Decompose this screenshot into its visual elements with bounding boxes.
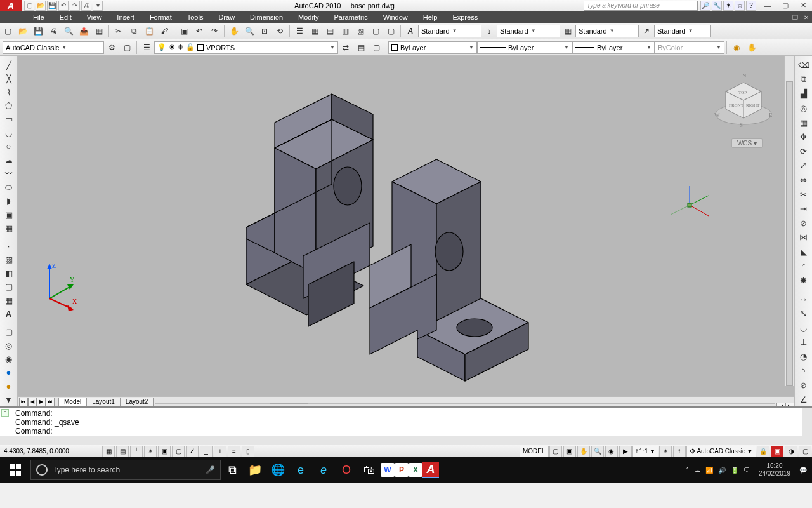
app-logo-icon[interactable]: A: [0, 0, 22, 11]
move-icon[interactable]: ✥: [797, 130, 811, 144]
wcs-badge[interactable]: WCS ▾: [731, 138, 763, 148]
join-icon[interactable]: ⋈: [797, 231, 811, 244]
workspace-status-dropdown[interactable]: ⚙ AutoCAD Classic ▼: [686, 446, 756, 457]
lwt-toggle[interactable]: ≡: [228, 446, 240, 457]
wireframe-icon[interactable]: ◎: [2, 339, 16, 352]
tab-model[interactable]: Model: [58, 398, 87, 406]
dim-arc-icon[interactable]: ◡: [797, 321, 811, 335]
fillet-icon[interactable]: ◜: [797, 259, 811, 273]
matchprop-icon[interactable]: 🖌: [157, 24, 171, 38]
trim-icon[interactable]: ✂: [797, 187, 811, 201]
command-line[interactable]: ⋮ Command: Command: _qsave Command:: [0, 406, 812, 444]
gradient-icon[interactable]: ◧: [2, 267, 16, 279]
otrack-toggle[interactable]: ∠: [186, 446, 199, 457]
quickview-drawings-icon[interactable]: ▣: [563, 446, 576, 457]
taskview-icon[interactable]: ⧉: [221, 457, 244, 483]
menu-draw[interactable]: Draw: [211, 11, 242, 23]
offset-icon[interactable]: ◎: [797, 102, 811, 116]
dim-linear-icon[interactable]: ↔: [797, 292, 811, 306]
makeblock-icon[interactable]: ▦: [2, 222, 16, 234]
tab-first-button[interactable]: ⏮: [19, 398, 28, 406]
undo-icon[interactable]: ↶: [192, 24, 206, 38]
ellipsearc-icon[interactable]: ◗: [2, 194, 16, 207]
tab-layout2[interactable]: Layout2: [120, 398, 154, 406]
zoom-prev-icon[interactable]: ⟲: [273, 24, 287, 38]
tab-layout1[interactable]: Layout1: [86, 398, 121, 406]
qat-new-icon[interactable]: ▢: [24, 1, 34, 11]
dim-aligned-icon[interactable]: ⤡: [797, 307, 811, 321]
dim-jogged-icon[interactable]: ◝: [797, 364, 811, 378]
volume-icon[interactable]: 🔊: [718, 467, 726, 474]
qp-toggle[interactable]: ▯: [242, 446, 254, 457]
point-icon[interactable]: ·: [2, 239, 16, 252]
properties-icon[interactable]: ☰: [292, 24, 306, 38]
break-icon[interactable]: ⊘: [797, 217, 811, 231]
autocad-taskbar-icon[interactable]: A: [422, 462, 439, 478]
layer-states-icon[interactable]: ▤: [354, 41, 368, 55]
hardware-accel-icon[interactable]: ▣: [771, 446, 783, 457]
textstyle-a-icon[interactable]: A: [403, 24, 417, 38]
wifi-icon[interactable]: 📶: [705, 467, 713, 474]
steering-wheel-icon[interactable]: ◉: [605, 446, 618, 457]
comm-center-icon[interactable]: ✶: [723, 1, 733, 11]
clean-screen-icon[interactable]: ▢: [799, 446, 811, 457]
menu-help[interactable]: Help: [416, 11, 445, 23]
vertical-scrollbar[interactable]: [784, 56, 794, 386]
tab-next-button[interactable]: ▶: [37, 398, 46, 406]
layer-previous-icon[interactable]: ⇄: [339, 41, 353, 55]
menu-file[interactable]: File: [25, 11, 52, 23]
edge-icon[interactable]: e: [289, 457, 312, 483]
zoom-win-icon[interactable]: ⊡: [258, 24, 272, 38]
doc-restore-button[interactable]: ❐: [789, 11, 801, 23]
qat-undo-icon[interactable]: ↶: [58, 1, 69, 11]
explorer-icon[interactable]: 📁: [244, 457, 266, 483]
snap-toggle[interactable]: ▦: [102, 446, 115, 457]
dyn-toggle[interactable]: +: [214, 446, 226, 457]
quickview-layouts-icon[interactable]: ▢: [549, 446, 562, 457]
close-button[interactable]: ✕: [794, 0, 812, 11]
subscription-icon[interactable]: 🔧: [712, 1, 722, 11]
coordinate-readout[interactable]: 4.4303, 7.8485, 0.0000: [0, 448, 102, 455]
rectangle-icon[interactable]: ▭: [2, 113, 16, 126]
xline-icon[interactable]: ╳: [2, 72, 16, 84]
start-button[interactable]: [0, 457, 30, 483]
line-icon[interactable]: ╱: [2, 58, 16, 71]
polygon-icon[interactable]: ⬠: [2, 99, 16, 112]
region-icon[interactable]: ▢: [2, 281, 16, 293]
viewcube[interactable]: N E S W TOP FRONT RIGHT: [712, 69, 775, 132]
layer-dropdown[interactable]: 💡 ☀ ❄ 🔓 VPORTS ▼: [154, 41, 338, 54]
qat-open-icon[interactable]: 📂: [36, 1, 46, 11]
cmd-hscroll[interactable]: [0, 436, 802, 444]
powerpoint-icon[interactable]: P: [395, 463, 409, 477]
dim-angular-icon[interactable]: ∠: [797, 393, 811, 407]
onedrive-icon[interactable]: ☁: [694, 467, 700, 474]
markup-icon[interactable]: ▧: [353, 24, 367, 38]
grid-toggle[interactable]: ▤: [116, 446, 129, 457]
tab-prev-button[interactable]: ◀: [28, 398, 37, 406]
nav-wheel-icon[interactable]: ◉: [730, 41, 743, 55]
mleaderstyle-dropdown[interactable]: Standard▼: [654, 25, 711, 37]
stretch-icon[interactable]: ⇔: [797, 173, 811, 187]
hidden-icon[interactable]: ◉: [2, 352, 16, 365]
menu-view[interactable]: View: [79, 11, 110, 23]
chrome-icon[interactable]: 🌐: [266, 457, 289, 483]
workspace-settings-icon[interactable]: ⚙: [105, 41, 119, 55]
annoauto-icon[interactable]: ⟟: [673, 446, 686, 457]
opera-icon[interactable]: O: [335, 457, 358, 483]
tab-last-button[interactable]: ⏭: [46, 398, 55, 406]
menu-express[interactable]: Express: [445, 11, 485, 23]
erase-icon[interactable]: ⌫: [797, 58, 811, 72]
conceptual-icon[interactable]: ●: [2, 380, 16, 392]
layer-iso-icon[interactable]: ▢: [369, 41, 383, 55]
dim-diameter-icon[interactable]: ⊘: [797, 378, 811, 392]
linetype-dropdown[interactable]: ByLayer▼: [477, 41, 572, 54]
textstyle-dropdown[interactable]: Standard▼: [418, 25, 481, 37]
help-icon[interactable]: ?: [746, 1, 756, 11]
isolate-objects-icon[interactable]: ◑: [785, 446, 797, 457]
dim-radius-icon[interactable]: ◔: [797, 350, 811, 364]
menu-format[interactable]: Format: [142, 11, 180, 23]
mleaderstyle-icon[interactable]: ↗: [639, 24, 653, 38]
explode-icon[interactable]: ✸: [797, 274, 811, 288]
lineweight-dropdown[interactable]: ByLayer▼: [572, 41, 655, 54]
paste-icon[interactable]: 📋: [142, 24, 156, 38]
